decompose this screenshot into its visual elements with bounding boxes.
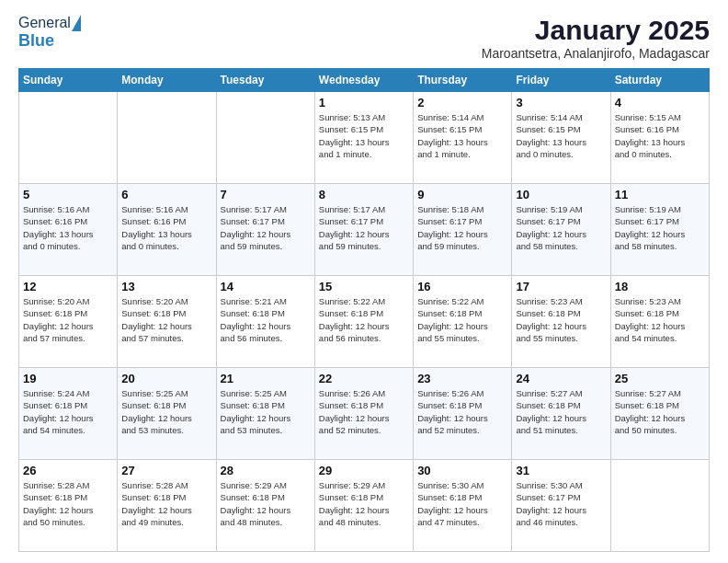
week-row-3: 12Sunrise: 5:20 AM Sunset: 6:18 PM Dayli… (19, 276, 710, 368)
day-info: Sunrise: 5:30 AM Sunset: 6:18 PM Dayligh… (417, 479, 507, 528)
day-number: 19 (23, 372, 113, 385)
day-number: 11 (615, 188, 705, 201)
day-info: Sunrise: 5:14 AM Sunset: 6:15 PM Dayligh… (516, 111, 606, 160)
calendar-cell: 30Sunrise: 5:30 AM Sunset: 6:18 PM Dayli… (414, 460, 512, 552)
calendar-cell (610, 460, 709, 552)
day-number: 23 (417, 372, 507, 385)
day-info: Sunrise: 5:24 AM Sunset: 6:18 PM Dayligh… (23, 387, 113, 436)
calendar-cell: 28Sunrise: 5:29 AM Sunset: 6:18 PM Dayli… (216, 460, 314, 552)
logo-triangle-icon (72, 15, 81, 31)
calendar-cell: 27Sunrise: 5:28 AM Sunset: 6:18 PM Dayli… (118, 460, 216, 552)
day-number: 29 (319, 464, 409, 477)
day-info: Sunrise: 5:17 AM Sunset: 6:17 PM Dayligh… (319, 203, 409, 252)
day-number: 12 (23, 280, 113, 293)
calendar-cell: 4Sunrise: 5:15 AM Sunset: 6:16 PM Daylig… (610, 92, 709, 184)
calendar-cell: 9Sunrise: 5:18 AM Sunset: 6:17 PM Daylig… (414, 184, 512, 276)
calendar-cell: 11Sunrise: 5:19 AM Sunset: 6:17 PM Dayli… (610, 184, 709, 276)
logo: General Blue (18, 15, 81, 51)
calendar-cell: 23Sunrise: 5:26 AM Sunset: 6:18 PM Dayli… (414, 368, 512, 460)
title-block: January 2025 Maroantsetra, Analanjirofo,… (482, 15, 710, 61)
calendar-cell: 24Sunrise: 5:27 AM Sunset: 6:18 PM Dayli… (512, 368, 610, 460)
header: General Blue January 2025 Maroantsetra, … (18, 15, 710, 61)
calendar-cell: 31Sunrise: 5:30 AM Sunset: 6:17 PM Dayli… (512, 460, 610, 552)
calendar-cell: 19Sunrise: 5:24 AM Sunset: 6:18 PM Dayli… (19, 368, 118, 460)
calendar-cell: 26Sunrise: 5:28 AM Sunset: 6:18 PM Dayli… (19, 460, 118, 552)
day-number: 14 (221, 280, 311, 293)
day-info: Sunrise: 5:18 AM Sunset: 6:17 PM Dayligh… (417, 203, 507, 252)
day-info: Sunrise: 5:13 AM Sunset: 6:15 PM Dayligh… (319, 111, 409, 160)
day-info: Sunrise: 5:28 AM Sunset: 6:18 PM Dayligh… (121, 479, 211, 528)
day-info: Sunrise: 5:28 AM Sunset: 6:18 PM Dayligh… (23, 479, 113, 528)
calendar-cell: 22Sunrise: 5:26 AM Sunset: 6:18 PM Dayli… (314, 368, 413, 460)
calendar-cell: 12Sunrise: 5:20 AM Sunset: 6:18 PM Dayli… (19, 276, 118, 368)
day-number: 16 (417, 280, 507, 293)
day-info: Sunrise: 5:14 AM Sunset: 6:15 PM Dayligh… (417, 111, 507, 160)
day-info: Sunrise: 5:20 AM Sunset: 6:18 PM Dayligh… (23, 295, 113, 344)
calendar-cell: 1Sunrise: 5:13 AM Sunset: 6:15 PM Daylig… (314, 92, 413, 184)
day-info: Sunrise: 5:19 AM Sunset: 6:17 PM Dayligh… (516, 203, 606, 252)
day-number: 1 (319, 96, 409, 109)
day-info: Sunrise: 5:27 AM Sunset: 6:18 PM Dayligh… (615, 387, 705, 436)
weekday-header-friday: Friday (512, 69, 610, 92)
day-info: Sunrise: 5:21 AM Sunset: 6:18 PM Dayligh… (221, 295, 311, 344)
day-number: 10 (516, 188, 606, 201)
weekday-header-monday: Monday (118, 69, 216, 92)
day-number: 5 (23, 188, 113, 201)
day-number: 22 (319, 372, 409, 385)
weekday-header-tuesday: Tuesday (216, 69, 314, 92)
day-number: 30 (417, 464, 507, 477)
week-row-5: 26Sunrise: 5:28 AM Sunset: 6:18 PM Dayli… (19, 460, 710, 552)
day-info: Sunrise: 5:25 AM Sunset: 6:18 PM Dayligh… (221, 387, 311, 436)
day-number: 27 (121, 464, 211, 477)
day-number: 24 (516, 372, 606, 385)
calendar-cell: 25Sunrise: 5:27 AM Sunset: 6:18 PM Dayli… (610, 368, 709, 460)
day-info: Sunrise: 5:20 AM Sunset: 6:18 PM Dayligh… (121, 295, 211, 344)
week-row-4: 19Sunrise: 5:24 AM Sunset: 6:18 PM Dayli… (19, 368, 710, 460)
calendar-cell: 2Sunrise: 5:14 AM Sunset: 6:15 PM Daylig… (414, 92, 512, 184)
calendar-cell (216, 92, 314, 184)
calendar-cell (118, 92, 216, 184)
calendar-cell: 18Sunrise: 5:23 AM Sunset: 6:18 PM Dayli… (610, 276, 709, 368)
day-info: Sunrise: 5:29 AM Sunset: 6:18 PM Dayligh… (221, 479, 311, 528)
weekday-header-sunday: Sunday (19, 69, 118, 92)
logo-general-text: General (18, 15, 71, 31)
day-info: Sunrise: 5:27 AM Sunset: 6:18 PM Dayligh… (516, 387, 606, 436)
day-number: 9 (417, 188, 507, 201)
day-number: 25 (615, 372, 705, 385)
day-number: 18 (615, 280, 705, 293)
calendar-cell: 8Sunrise: 5:17 AM Sunset: 6:17 PM Daylig… (314, 184, 413, 276)
weekday-header-row: SundayMondayTuesdayWednesdayThursdayFrid… (19, 69, 710, 92)
day-info: Sunrise: 5:26 AM Sunset: 6:18 PM Dayligh… (417, 387, 507, 436)
logo-blue-text: Blue (18, 31, 54, 51)
day-info: Sunrise: 5:16 AM Sunset: 6:16 PM Dayligh… (23, 203, 113, 252)
day-number: 4 (615, 96, 705, 109)
day-info: Sunrise: 5:23 AM Sunset: 6:18 PM Dayligh… (516, 295, 606, 344)
day-info: Sunrise: 5:23 AM Sunset: 6:18 PM Dayligh… (615, 295, 705, 344)
day-number: 6 (121, 188, 211, 201)
day-info: Sunrise: 5:30 AM Sunset: 6:17 PM Dayligh… (516, 479, 606, 528)
day-info: Sunrise: 5:29 AM Sunset: 6:18 PM Dayligh… (319, 479, 409, 528)
weekday-header-thursday: Thursday (414, 69, 512, 92)
day-number: 8 (319, 188, 409, 201)
weekday-header-saturday: Saturday (610, 69, 709, 92)
week-row-2: 5Sunrise: 5:16 AM Sunset: 6:16 PM Daylig… (19, 184, 710, 276)
day-info: Sunrise: 5:26 AM Sunset: 6:18 PM Dayligh… (319, 387, 409, 436)
calendar-cell: 5Sunrise: 5:16 AM Sunset: 6:16 PM Daylig… (19, 184, 118, 276)
day-number: 31 (516, 464, 606, 477)
day-number: 17 (516, 280, 606, 293)
calendar-table: SundayMondayTuesdayWednesdayThursdayFrid… (18, 68, 710, 552)
calendar-cell: 15Sunrise: 5:22 AM Sunset: 6:18 PM Dayli… (314, 276, 413, 368)
calendar-cell: 17Sunrise: 5:23 AM Sunset: 6:18 PM Dayli… (512, 276, 610, 368)
calendar-cell: 21Sunrise: 5:25 AM Sunset: 6:18 PM Dayli… (216, 368, 314, 460)
day-number: 15 (319, 280, 409, 293)
day-number: 28 (221, 464, 311, 477)
calendar-cell: 20Sunrise: 5:25 AM Sunset: 6:18 PM Dayli… (118, 368, 216, 460)
day-number: 21 (221, 372, 311, 385)
day-info: Sunrise: 5:25 AM Sunset: 6:18 PM Dayligh… (121, 387, 211, 436)
calendar-cell: 13Sunrise: 5:20 AM Sunset: 6:18 PM Dayli… (118, 276, 216, 368)
day-number: 7 (221, 188, 311, 201)
day-number: 26 (23, 464, 113, 477)
weekday-header-wednesday: Wednesday (314, 69, 413, 92)
calendar-cell (19, 92, 118, 184)
calendar-subtitle: Maroantsetra, Analanjirofo, Madagascar (482, 46, 710, 61)
